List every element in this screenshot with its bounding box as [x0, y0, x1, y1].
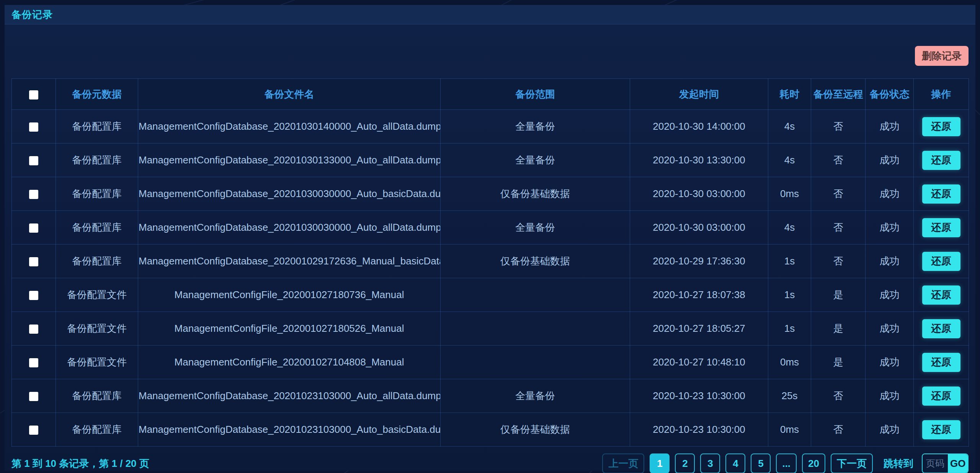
record-count-summary: 第 1 到 10 条记录，第 1 / 20 页 — [11, 457, 149, 470]
backup-records-panel: 备份记录 删除记录 备份元数据备份文件名备份范围发起时间耗时备份至远程备份状态操… — [5, 5, 975, 471]
prev-page-button[interactable]: 上一页 — [602, 453, 644, 473]
cell-remote: 是 — [811, 312, 866, 346]
cell-scope — [441, 278, 630, 312]
panel-titlebar: 备份记录 — [5, 5, 975, 24]
restore-button[interactable]: 还原 — [922, 218, 960, 237]
cell-operation: 还原 — [914, 177, 969, 211]
column-header-0: 备份元数据 — [56, 79, 138, 110]
cell-scope — [441, 312, 630, 346]
page-button-3[interactable]: 3 — [700, 453, 720, 473]
cell-time: 2020-10-23 10:30:00 — [630, 379, 768, 413]
cell-status: 成功 — [866, 177, 914, 211]
page-button-1[interactable]: 1 — [650, 453, 670, 473]
restore-button[interactable]: 还原 — [922, 420, 960, 439]
cell-metadata: 备份配置文件 — [56, 312, 138, 346]
cell-duration: 25s — [768, 379, 811, 413]
table-row: 备份配置库ManagementConfigDatabase_2020103003… — [12, 211, 969, 245]
cell-time: 2020-10-30 03:00:00 — [630, 177, 768, 211]
cell-scope: 全量备份 — [441, 110, 630, 144]
table-header: 备份元数据备份文件名备份范围发起时间耗时备份至远程备份状态操作 — [12, 79, 969, 110]
row-checkbox[interactable] — [29, 392, 38, 401]
cell-filename: ManagementConfigDatabase_20201030140000_… — [138, 110, 441, 144]
column-header-5: 备份至远程 — [811, 79, 866, 110]
restore-button[interactable]: 还原 — [922, 285, 960, 305]
column-header-4: 耗时 — [768, 79, 811, 110]
cell-filename: ManagementConfigDatabase_20201030030000_… — [138, 177, 441, 211]
jump-group: GO — [922, 453, 969, 473]
page-button-5[interactable]: 5 — [751, 453, 771, 473]
page-number-input[interactable] — [923, 454, 948, 473]
delete-records-button[interactable]: 删除记录 — [915, 46, 969, 66]
restore-button[interactable]: 还原 — [922, 353, 960, 372]
cell-duration: 4s — [768, 144, 811, 177]
cell-filename: ManagementConfigFile_202001027104808_Man… — [138, 346, 441, 379]
cell-operation: 还原 — [914, 379, 969, 413]
row-checkbox-cell — [12, 144, 56, 177]
row-checkbox[interactable] — [29, 257, 38, 266]
row-checkbox[interactable] — [29, 122, 38, 132]
cell-scope: 仅备份基础数据 — [441, 245, 630, 278]
go-button[interactable]: GO — [948, 454, 968, 473]
cell-operation: 还原 — [914, 110, 969, 144]
select-all-checkbox[interactable] — [29, 90, 38, 99]
cell-operation: 还原 — [914, 346, 969, 379]
cell-remote: 是 — [811, 346, 866, 379]
row-checkbox[interactable] — [29, 156, 38, 165]
cell-remote: 否 — [811, 211, 866, 245]
row-checkbox[interactable] — [29, 426, 38, 435]
restore-button[interactable]: 还原 — [922, 252, 960, 271]
row-checkbox[interactable] — [29, 190, 38, 199]
row-checkbox[interactable] — [29, 223, 38, 233]
page-button-20[interactable]: 20 — [802, 453, 825, 473]
row-checkbox-cell — [12, 278, 56, 312]
column-header-2: 备份范围 — [441, 79, 630, 110]
restore-button[interactable]: 还原 — [922, 184, 960, 204]
page-button-2[interactable]: 2 — [675, 453, 695, 473]
cell-filename: ManagementConfigDatabase_20201030030000_… — [138, 211, 441, 245]
cell-metadata: 备份配置文件 — [56, 346, 138, 379]
row-checkbox[interactable] — [29, 291, 38, 300]
cell-status: 成功 — [866, 379, 914, 413]
page-number-buttons: 12345...20 — [650, 453, 825, 473]
row-checkbox-cell — [12, 413, 56, 447]
next-page-button[interactable]: 下一页 — [831, 453, 873, 473]
cell-remote: 否 — [811, 245, 866, 278]
row-checkbox[interactable] — [29, 358, 38, 367]
cell-scope: 全量备份 — [441, 379, 630, 413]
table-row: 备份配置文件ManagementConfigFile_2020010271048… — [12, 346, 969, 379]
table-row: 备份配置库ManagementConfigDatabase_2020103003… — [12, 177, 969, 211]
row-checkbox[interactable] — [29, 325, 38, 334]
cell-time: 2020-10-30 13:30:00 — [630, 144, 768, 177]
row-checkbox-cell — [12, 245, 56, 278]
cell-operation: 还原 — [914, 211, 969, 245]
cell-filename: ManagementConfigFile_202001027180526_Man… — [138, 312, 441, 346]
cell-scope: 全量备份 — [441, 211, 630, 245]
cell-duration: 1s — [768, 312, 811, 346]
table-row: 备份配置库ManagementConfigDatabase_2020102310… — [12, 413, 969, 447]
cell-status: 成功 — [866, 110, 914, 144]
cell-filename: ManagementConfigDatabase_20201023103000_… — [138, 413, 441, 447]
restore-button[interactable]: 还原 — [922, 151, 960, 170]
cell-time: 2020-10-27 18:07:38 — [630, 278, 768, 312]
page-button-4[interactable]: 4 — [725, 453, 745, 473]
restore-button[interactable]: 还原 — [922, 319, 960, 338]
row-checkbox-cell — [12, 312, 56, 346]
cell-time: 2020-10-23 10:30:00 — [630, 413, 768, 447]
cell-time: 2020-10-30 14:00:00 — [630, 110, 768, 144]
page-title: 备份记录 — [11, 8, 53, 21]
row-checkbox-cell — [12, 346, 56, 379]
row-checkbox-cell — [12, 379, 56, 413]
column-header-7: 操作 — [914, 79, 969, 110]
cell-metadata: 备份配置库 — [56, 379, 138, 413]
page-ellipsis-button[interactable]: ... — [776, 453, 797, 473]
cell-status: 成功 — [866, 144, 914, 177]
column-header-6: 备份状态 — [866, 79, 914, 110]
cell-operation: 还原 — [914, 144, 969, 177]
restore-button[interactable]: 还原 — [922, 117, 960, 136]
cell-status: 成功 — [866, 278, 914, 312]
table-row: 备份配置库ManagementConfigDatabase_2020102310… — [12, 379, 969, 413]
table-row: 备份配置库ManagementConfigDatabase_2020103014… — [12, 110, 969, 144]
cell-metadata: 备份配置库 — [56, 211, 138, 245]
restore-button[interactable]: 还原 — [922, 387, 960, 406]
cell-operation: 还原 — [914, 278, 969, 312]
